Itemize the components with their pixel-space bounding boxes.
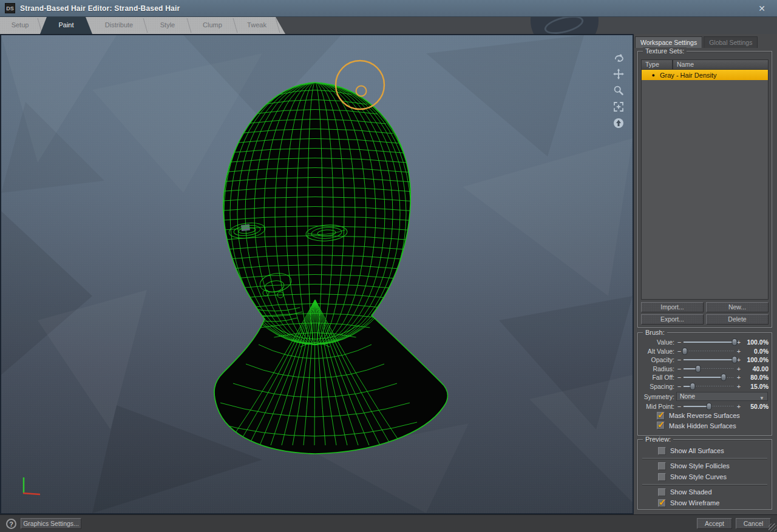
delete-button[interactable]: Delete (706, 314, 769, 325)
mode-tabs: Setup Paint Distribute Style Clump Tweak (0, 17, 285, 34)
tab-setup[interactable]: Setup (0, 17, 40, 34)
frame-tool-icon[interactable] (612, 100, 625, 113)
increment-button[interactable]: + (736, 348, 742, 355)
slider-thumb[interactable] (732, 356, 738, 363)
show-all-surfaces-checkbox[interactable]: ✓ (658, 447, 666, 455)
tab-clump[interactable]: Clump (189, 17, 236, 34)
wireframe-head (213, 82, 447, 456)
tab-style[interactable]: Style (146, 17, 189, 34)
mid-point-slider[interactable] (684, 402, 735, 410)
tab-distribute[interactable]: Distribute (92, 17, 146, 34)
mid-point-slider-row: Mid Point: − + 50.0% (641, 402, 769, 411)
show-shaded-checkbox[interactable]: ✓ (658, 488, 666, 496)
tab-paint-label: Paint (58, 21, 73, 29)
show-all-surfaces-row: ✓ Show All Surfaces (641, 445, 769, 456)
slider-thumb[interactable] (732, 338, 738, 346)
decrement-button[interactable]: − (676, 383, 682, 390)
show-style-curves-checkbox[interactable]: ✓ (658, 473, 666, 481)
mode-tab-strip: Setup Paint Distribute Style Clump Tweak… (0, 17, 777, 34)
alt-value-slider[interactable] (684, 347, 735, 355)
value-slider-row: Value: − + 100.0% (641, 338, 769, 346)
bottom-bar: ? Graphics Settings... Accept Cancel (0, 514, 777, 532)
slider-thumb[interactable] (707, 403, 712, 410)
show-style-follicles-checkbox[interactable]: ✓ (658, 462, 666, 470)
preview-group-label: Preview: (643, 436, 673, 443)
value-label: Value: (641, 338, 676, 346)
divider (642, 484, 767, 485)
slider-thumb[interactable] (690, 383, 696, 390)
texture-sets-label: Texture Sets: (643, 47, 687, 55)
show-style-follicles-label: Show Style Follicles (670, 462, 730, 470)
reset-view-icon[interactable] (612, 116, 625, 130)
spacing-readout: 15.0% (742, 383, 769, 390)
texture-set-row-selected[interactable]: ● Gray - Hair Density (642, 70, 768, 80)
show-style-curves-label: Show Style Curves (670, 473, 727, 480)
fall-off-slider[interactable] (684, 374, 735, 382)
spacing-slider-row: Spacing: − + 15.0% (641, 382, 769, 391)
opacity-readout: 100.0% (742, 356, 769, 363)
tab-paint[interactable]: Paint (40, 17, 92, 34)
new-button[interactable]: New... (706, 302, 769, 312)
preview-group: Preview: ✓ Show All Surfaces ✓ Show Styl… (637, 439, 772, 510)
show-wireframe-checkbox[interactable]: ✓ (658, 499, 666, 507)
divider (642, 458, 767, 459)
decrement-button[interactable]: − (676, 403, 682, 410)
texture-type-bullet-icon: ● (642, 72, 655, 78)
pan-tool-icon[interactable] (612, 67, 625, 81)
close-icon[interactable]: ✕ (755, 2, 769, 15)
viewport-toolbar (612, 51, 625, 130)
tab-separator (276, 18, 280, 33)
mid-point-readout: 50.0% (742, 403, 769, 410)
slider-thumb[interactable] (721, 374, 726, 381)
decrement-button[interactable]: − (676, 356, 682, 363)
column-header-type[interactable]: Type (642, 60, 673, 69)
tab-tweak[interactable]: Tweak (236, 17, 278, 34)
show-wireframe-label: Show Wireframe (670, 499, 719, 507)
opacity-slider[interactable] (684, 356, 735, 364)
alt-value-label: Alt Value: (641, 348, 676, 355)
texture-sets-group: Texture Sets: Type Name ● Gray - Hair De… (637, 51, 772, 328)
spacing-slider[interactable] (684, 382, 735, 390)
symmetry-dropdown[interactable]: None ▼ (676, 392, 768, 401)
slider-thumb[interactable] (682, 348, 687, 355)
increment-button[interactable]: + (736, 365, 742, 372)
increment-button[interactable]: + (736, 374, 742, 381)
export-button[interactable]: Export... (641, 314, 704, 325)
mask-hidden-surfaces-row: ✓ Mask Hidden Surfaces (641, 421, 769, 431)
check-icon: ✓ (657, 420, 665, 429)
radius-slider[interactable] (684, 365, 735, 372)
settings-panel-tabs: Workspace Settings Global Settings (635, 36, 758, 48)
show-shaded-label: Show Shaded (670, 488, 712, 496)
slider-thumb[interactable] (695, 365, 701, 372)
mask-reverse-surfaces-checkbox[interactable]: ✓ (657, 412, 665, 420)
tab-setup-label: Setup (12, 21, 29, 29)
show-style-follicles-row: ✓ Show Style Follicles (641, 460, 769, 471)
accept-button[interactable]: Accept (697, 518, 732, 529)
tab-global-settings[interactable]: Global Settings (704, 36, 758, 48)
viewport-canvas[interactable] (0, 34, 634, 514)
help-icon[interactable]: ? (6, 519, 16, 529)
decrement-button[interactable]: − (676, 374, 682, 381)
orbit-tool-icon[interactable] (612, 51, 625, 64)
mask-hidden-surfaces-checkbox[interactable]: ✓ (657, 422, 665, 429)
texture-sets-table-header: Type Name (642, 60, 768, 70)
tab-clump-label: Clump (203, 21, 222, 29)
increment-button[interactable]: + (736, 403, 742, 410)
symmetry-row: Symmetry: None ▼ (641, 392, 769, 402)
column-header-name[interactable]: Name (673, 60, 768, 69)
increment-button[interactable]: + (736, 383, 742, 390)
graphics-settings-button[interactable]: Graphics Settings... (21, 518, 81, 529)
opacity-label: Opacity: (641, 356, 676, 363)
resize-grip[interactable] (769, 524, 776, 531)
zoom-tool-icon[interactable] (612, 84, 625, 97)
brush-group-label: Brush: (643, 329, 667, 336)
check-icon: ✓ (659, 497, 666, 507)
decrement-button[interactable]: − (676, 338, 682, 346)
decrement-button[interactable]: − (676, 365, 682, 372)
value-slider[interactable] (684, 338, 735, 346)
radius-slider-row: Radius: − + 40.00 (641, 365, 769, 373)
import-button[interactable]: Import... (641, 302, 704, 312)
mask-reverse-surfaces-row: ✓ Mask Reverse Surfaces (641, 411, 769, 421)
cancel-button[interactable]: Cancel (736, 518, 771, 529)
tab-workspace-settings[interactable]: Workspace Settings (635, 36, 702, 48)
